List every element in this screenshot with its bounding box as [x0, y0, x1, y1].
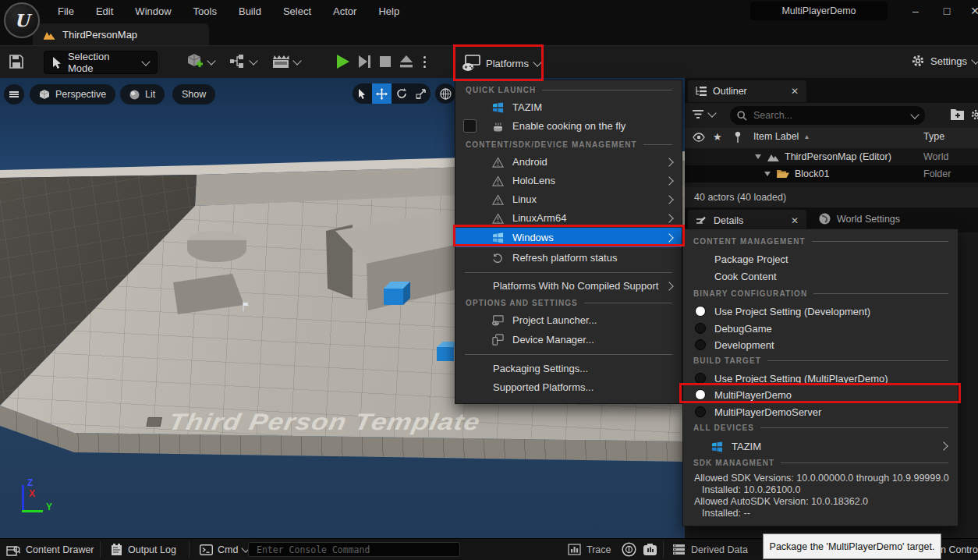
- menu-help[interactable]: Help: [367, 5, 410, 17]
- expand-arrow-icon[interactable]: [755, 154, 761, 159]
- add-actor-dropdown[interactable]: [186, 52, 214, 71]
- menu-item-device-tazim[interactable]: TAZIM: [683, 437, 958, 455]
- eject-icon: [399, 55, 413, 69]
- insights-snapshot-button[interactable]: [643, 539, 657, 560]
- radio-icon[interactable]: [695, 323, 706, 334]
- outliner-row-folder[interactable]: Block01 Folder: [685, 165, 978, 183]
- menu-item-enable-cooking[interactable]: Enable cooking on the fly: [455, 117, 682, 135]
- column-type[interactable]: Type: [923, 131, 944, 142]
- menu-file[interactable]: File: [47, 5, 85, 17]
- revision-control-fragment[interactable]: n Contro: [941, 539, 978, 560]
- menu-item-device-manager[interactable]: Device Manager...: [455, 331, 682, 349]
- outliner-search[interactable]: [730, 106, 925, 125]
- settings-dropdown[interactable]: Settings: [911, 54, 978, 68]
- play-button[interactable]: [334, 53, 351, 70]
- selection-mode-dropdown[interactable]: Selection Mode: [44, 51, 158, 74]
- menu-item-cook-content[interactable]: Cook Content: [683, 268, 958, 285]
- project-launcher-icon: [490, 315, 505, 326]
- rotate-icon: [396, 88, 407, 99]
- menu-item-packaging-settings[interactable]: Packaging Settings...: [455, 360, 682, 377]
- menu-window[interactable]: Window: [124, 5, 182, 17]
- menu-item-use-project-setting-development[interactable]: Use Project Setting (Development): [683, 303, 958, 320]
- cmd-dropdown[interactable]: Cmd: [200, 539, 249, 560]
- trace-button[interactable]: Trace: [568, 539, 611, 560]
- menu-item-refresh-platform-status[interactable]: Refresh platform status: [455, 249, 682, 267]
- blueprints-dropdown[interactable]: [229, 54, 257, 69]
- outliner-filter-button[interactable]: [693, 109, 715, 119]
- output-log-button[interactable]: Output Log: [111, 539, 176, 560]
- menu-edit[interactable]: Edit: [85, 5, 124, 17]
- close-button[interactable]: ✕: [961, 0, 978, 22]
- sdk-autosdk-installed: Installed: --: [702, 508, 951, 519]
- tab-world-settings[interactable]: World Settings: [819, 213, 900, 225]
- unreal-engine-logo-icon[interactable]: U: [4, 2, 40, 38]
- perspective-dropdown[interactable]: Perspective: [30, 84, 115, 105]
- close-tab-icon[interactable]: ✕: [791, 86, 799, 97]
- pin-column-icon[interactable]: [733, 131, 742, 144]
- scale-tool-button[interactable]: [411, 83, 431, 104]
- eject-button[interactable]: [399, 55, 413, 69]
- lit-dropdown[interactable]: Lit: [120, 84, 165, 105]
- tab-thirdpersonmap[interactable]: ThirdPersonMap: [33, 23, 209, 45]
- menu-item-package-project[interactable]: Package Project: [683, 250, 958, 268]
- tab-outliner[interactable]: Outliner ✕: [688, 80, 806, 102]
- chevron-down-icon: [249, 56, 257, 65]
- minimize-button[interactable]: –: [902, 0, 930, 22]
- expand-arrow-icon[interactable]: [764, 172, 771, 176]
- section-content-management: CONTENT MANAGEMENT: [693, 236, 948, 247]
- windows-logo-icon: [490, 101, 505, 113]
- column-item-label[interactable]: Item Label ▲: [753, 131, 810, 142]
- axis-z-label: Z: [27, 477, 33, 488]
- world-coordinate-button[interactable]: [435, 83, 455, 104]
- menu-item-hololens[interactable]: HoloLens: [455, 172, 682, 190]
- menu-item-project-launcher[interactable]: Project Launcher...: [455, 311, 682, 329]
- close-tab-icon[interactable]: ✕: [791, 215, 799, 226]
- radio-icon[interactable]: [695, 373, 706, 384]
- create-folder-button[interactable]: [950, 108, 965, 121]
- cooking-checkbox[interactable]: [463, 119, 477, 133]
- menu-build[interactable]: Build: [228, 5, 272, 17]
- menu-item-multiplayerdemoserver[interactable]: MultiPlayerDemoServer: [683, 403, 958, 420]
- menu-item-no-compiled-support[interactable]: Platforms With No Compiled Support: [455, 277, 682, 295]
- viewport-options-button[interactable]: [4, 84, 24, 105]
- menu-item-android[interactable]: Android: [455, 153, 682, 171]
- console-input[interactable]: [255, 544, 453, 556]
- outliner-row-world[interactable]: ThirdPersonMap (Editor) World: [685, 148, 978, 165]
- insights-session-button[interactable]: [622, 539, 636, 560]
- console-command-bar[interactable]: [248, 542, 460, 557]
- cinematics-dropdown[interactable]: [271, 54, 300, 69]
- menu-item-development[interactable]: Development: [683, 336, 958, 353]
- menu-select[interactable]: Select: [272, 5, 322, 17]
- section-options-settings: OPTIONS AND SETTINGS: [466, 297, 672, 309]
- maximize-button[interactable]: □: [933, 0, 961, 22]
- visibility-column-icon[interactable]: [693, 133, 705, 142]
- menu-item-tazim[interactable]: TAZIM: [455, 98, 682, 116]
- play-icon: [334, 53, 351, 70]
- play-options-button[interactable]: [423, 56, 426, 68]
- menu-item-supported-platforms[interactable]: Supported Platforms...: [455, 378, 682, 396]
- radio-icon[interactable]: [695, 406, 706, 417]
- menu-item-debuggame[interactable]: DebugGame: [683, 320, 958, 337]
- skip-button[interactable]: [357, 55, 371, 69]
- derived-data-button[interactable]: Derived Data: [672, 539, 748, 560]
- record-circle-icon: [622, 542, 636, 557]
- select-tool-button[interactable]: [353, 83, 372, 104]
- radio-selected-icon[interactable]: [695, 306, 706, 317]
- search-input[interactable]: [752, 109, 907, 122]
- outliner-settings-button[interactable]: [970, 108, 978, 121]
- menu-actor[interactable]: Actor: [322, 5, 367, 17]
- radio-icon[interactable]: [695, 339, 706, 350]
- favorite-column-icon[interactable]: ★: [713, 131, 722, 143]
- chevron-down-icon: [971, 55, 978, 64]
- move-tool-button[interactable]: [372, 83, 392, 104]
- save-button[interactable]: [8, 53, 25, 70]
- perspective-cube-icon: [39, 89, 50, 100]
- cursor-icon: [52, 57, 62, 69]
- content-drawer-button[interactable]: Content Drawer: [6, 539, 94, 560]
- rotate-tool-button[interactable]: [392, 83, 411, 104]
- menu-tools[interactable]: Tools: [182, 5, 228, 17]
- scene-blue-cube: [384, 289, 403, 305]
- stop-button[interactable]: [380, 56, 391, 67]
- menu-item-linux[interactable]: Linux: [455, 190, 682, 208]
- show-dropdown[interactable]: Show: [172, 84, 215, 105]
